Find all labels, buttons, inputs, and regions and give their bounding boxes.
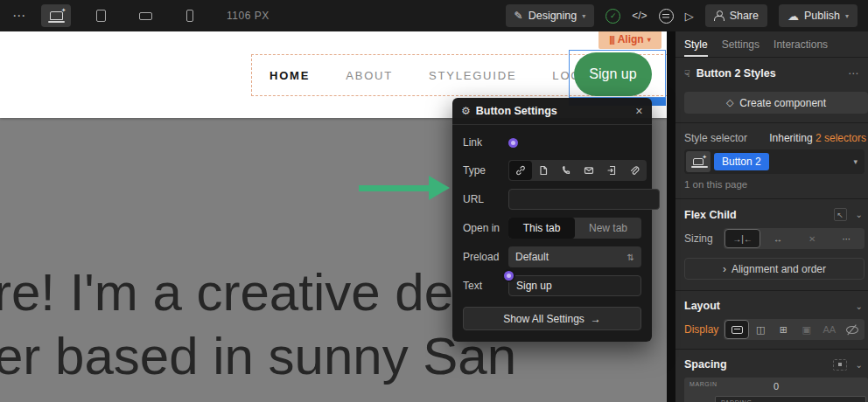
breakpoint-desktop-button[interactable]: ✦ (41, 4, 71, 27)
nav-link-about[interactable]: ABOUT (346, 69, 393, 82)
sizing-more-icon[interactable]: ⋯ (830, 229, 864, 248)
preload-select[interactable]: Default ⇅ (508, 246, 641, 267)
style-panel: Style Settings Interactions ☟ Button 2 S… (676, 31, 868, 402)
nav-link-home[interactable]: HOME (270, 69, 310, 82)
text-label: Text (463, 280, 508, 292)
hand-cursor-icon: ☟ (684, 68, 690, 80)
toolbar-right: ✎ Designing ▾ ✓ </> ▷ Share ☁ Publish ▾ (506, 4, 868, 27)
more-options-icon[interactable]: ⋯ (848, 67, 859, 80)
open-this-tab-option[interactable]: This tab (508, 218, 575, 239)
nav-link-styleguide[interactable]: STYLEGUIDE (429, 69, 516, 82)
sizing-grow-icon[interactable]: ↔ (760, 229, 794, 248)
chevron-down-icon: ▾ (845, 12, 849, 20)
comments-button[interactable] (659, 9, 674, 24)
style-selector-label: Style selector (684, 132, 747, 144)
align-label: Align (618, 33, 644, 45)
type-row: Type (463, 160, 641, 181)
preview-button[interactable]: ▷ (685, 10, 694, 23)
breakpoint-tablet-button[interactable] (86, 4, 116, 27)
margin-control[interactable]: MARGIN 0 PADDING (684, 378, 868, 402)
type-email-icon[interactable] (578, 161, 600, 180)
hero-heading[interactable]: re! I'm a creative deer based in sunny S… (0, 260, 516, 388)
url-row: URL (463, 189, 641, 210)
display-inline-block-icon[interactable]: ▣ (795, 320, 818, 339)
link-label: Link (463, 136, 508, 149)
gear-icon: ⚙ (461, 105, 471, 117)
display-segmented-control: ◫ ⊞ ▣ AA (724, 319, 864, 340)
display-block-icon[interactable] (724, 320, 749, 339)
element-styles-title: Button 2 Styles (696, 67, 848, 80)
type-attachment-icon[interactable] (623, 161, 646, 180)
mode-dropdown[interactable]: ✎ Designing ▾ (506, 4, 595, 27)
main-menu-icon[interactable]: ⋯ (12, 8, 26, 24)
inheriting-selectors-link[interactable]: 2 selectors (816, 132, 866, 144)
button-text-input[interactable] (508, 275, 641, 296)
override-indicator-icon[interactable] (508, 138, 518, 148)
override-indicator-icon[interactable] (504, 271, 514, 281)
tablet-icon (96, 10, 106, 22)
layout-title: Layout (684, 300, 856, 312)
type-page-section-icon[interactable] (600, 161, 623, 180)
tab-style[interactable]: Style (684, 31, 708, 57)
mode-label: Designing (528, 10, 578, 22)
alignment-order-button[interactable]: › Alignment and order (684, 258, 864, 280)
chevron-down-icon[interactable]: ⌄ (856, 360, 863, 370)
tab-interactions[interactable]: Interactions (774, 31, 828, 57)
usage-count-note: 1 on this page (676, 179, 868, 198)
margin-top-value[interactable]: 0 (684, 381, 868, 392)
display-grid-icon[interactable]: ⊞ (772, 320, 794, 339)
canvas-width-readout: 1106 PX (227, 10, 270, 22)
spacing-box-icon[interactable] (833, 359, 847, 371)
flex-child-section-header: Flex Child ↖ ⌄ (676, 199, 868, 228)
link-type-segmented-control (508, 160, 647, 181)
sizing-segmented-control: →|← ↔ ✕ ⋯ (724, 228, 864, 249)
top-toolbar: ⋯ ✦ 1106 PX ✎ Designing ▾ ✓ </> (0, 0, 868, 31)
display-none-icon[interactable] (841, 320, 864, 339)
chevron-down-icon[interactable]: ⌄ (856, 210, 863, 219)
saved-status-icon: ✓ (606, 9, 620, 24)
open-in-row: Open in This tab New tab (463, 218, 641, 239)
panel-tabs: Style Settings Interactions (676, 31, 868, 58)
create-component-button[interactable]: ◇ Create component (684, 92, 868, 114)
chevron-down-icon[interactable]: ⌄ (856, 302, 863, 311)
text-row: Text (463, 275, 641, 296)
popup-header: ⚙ Button Settings ✕ (452, 98, 652, 125)
breakpoint-landscape-button[interactable] (130, 4, 160, 27)
inspect-parent-icon[interactable]: ↖ (834, 208, 847, 221)
display-inline-icon[interactable]: AA (818, 320, 841, 339)
url-input[interactable] (508, 189, 660, 210)
padding-control[interactable]: PADDING (715, 396, 866, 402)
inheriting-text: Inheriting (769, 132, 812, 144)
code-export-button[interactable]: </> (632, 10, 647, 22)
align-bars-icon: ||| (609, 35, 613, 45)
type-page-icon[interactable] (532, 161, 555, 180)
type-label: Type (463, 164, 508, 177)
button-settings-popup: ⚙ Button Settings ✕ Link Type (452, 98, 652, 342)
breakpoint-phone-button[interactable] (175, 4, 205, 27)
phone-icon (186, 10, 193, 22)
sizing-none-icon[interactable]: ✕ (795, 229, 830, 248)
layout-section-header: Layout ⌄ (676, 291, 868, 319)
type-url-icon[interactable] (509, 161, 532, 180)
open-new-tab-option[interactable]: New tab (575, 218, 641, 239)
share-button[interactable]: Share (705, 4, 767, 27)
type-phone-icon[interactable] (555, 161, 578, 180)
class-token[interactable]: Button 2 (714, 153, 769, 170)
sizing-shrink-icon[interactable]: →|← (724, 229, 760, 248)
open-in-toggle: This tab New tab (508, 218, 641, 239)
brush-icon: ✎ (514, 10, 523, 22)
toolbar-left: ⋯ ✦ 1106 PX (0, 4, 270, 27)
publish-button[interactable]: ☁ Publish ▾ (779, 4, 858, 27)
display-flex-icon[interactable]: ◫ (749, 320, 772, 339)
show-all-settings-button[interactable]: Show All Settings → (463, 307, 641, 330)
close-icon[interactable]: ✕ (635, 106, 643, 117)
signup-button[interactable]: Sign up (574, 52, 652, 96)
align-dropdown-button[interactable]: ||| Align ▾ (598, 31, 662, 49)
tab-settings[interactable]: Settings (722, 31, 760, 57)
laptop-icon: ✦ (50, 11, 63, 20)
popup-title: Button Settings (476, 105, 635, 117)
landscape-phone-icon (139, 12, 152, 20)
person-icon (714, 10, 724, 21)
style-selector-field[interactable]: ✦ Button 2 ▾ (684, 149, 864, 174)
share-label: Share (730, 10, 759, 22)
